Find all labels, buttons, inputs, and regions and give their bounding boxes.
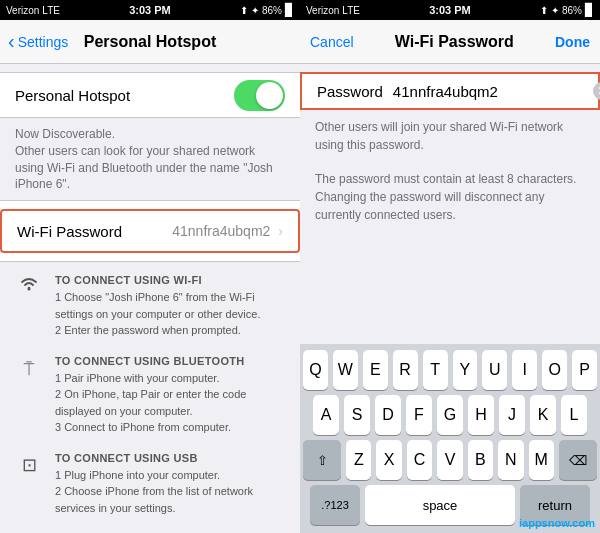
key-a[interactable]: A <box>313 395 339 435</box>
wifi-password-right: 41nnfra4ubqm2 › <box>172 223 283 239</box>
right-nav-title: Wi-Fi Password <box>395 33 514 51</box>
usb-icon: ⊡ <box>15 452 43 476</box>
keyboard-row-3: ⇧ Z X C V B N M ⌫ <box>303 440 597 480</box>
left-nav-title: Personal Hotspot <box>84 33 216 51</box>
keyboard-row-1: Q W E R T Y U I O P <box>303 350 597 390</box>
bluetooth-instruction-title: TO CONNECT USING BLUETOOTH <box>55 355 285 367</box>
key-p[interactable]: P <box>572 350 597 390</box>
wifi-instruction: TO CONNECT USING WI-FI 1 Choose "Josh iP… <box>15 274 285 339</box>
wifi-step-2: 2 Enter the password when prompted. <box>55 322 285 339</box>
usb-step-1: 1 Plug iPhone into your computer. <box>55 467 285 484</box>
hotspot-toggle[interactable] <box>234 80 285 111</box>
cancel-button[interactable]: Cancel <box>310 34 354 50</box>
wifi-chevron-icon: › <box>278 223 283 239</box>
right-status-right: ⬆ ✦ 86% ▊ <box>540 3 594 17</box>
key-c[interactable]: C <box>407 440 432 480</box>
usb-instruction: ⊡ TO CONNECT USING USB 1 Plug iPhone int… <box>15 452 285 517</box>
key-x[interactable]: X <box>376 440 401 480</box>
back-chevron-icon: ‹ <box>8 31 15 51</box>
key-d[interactable]: D <box>375 395 401 435</box>
hotspot-label: Personal Hotspot <box>15 87 130 104</box>
key-z[interactable]: Z <box>346 440 371 480</box>
usb-step-2: 2 Choose iPhone from the list of network… <box>55 483 285 516</box>
return-key[interactable]: return <box>520 485 590 525</box>
right-description-1: Other users will join your shared Wi-Fi … <box>300 110 600 162</box>
key-s[interactable]: S <box>344 395 370 435</box>
hotspot-cell-group: Personal Hotspot <box>0 72 300 118</box>
toggle-knob <box>256 82 283 109</box>
left-nav-bar: ‹ Settings Personal Hotspot <box>0 20 300 64</box>
key-g[interactable]: G <box>437 395 463 435</box>
back-button[interactable]: ‹ Settings <box>8 32 68 51</box>
key-o[interactable]: O <box>542 350 567 390</box>
key-q[interactable]: Q <box>303 350 328 390</box>
key-u[interactable]: U <box>482 350 507 390</box>
battery-icon-left: ▊ <box>285 3 294 17</box>
key-l[interactable]: L <box>561 395 587 435</box>
key-k[interactable]: K <box>530 395 556 435</box>
space-key[interactable]: space <box>365 485 515 525</box>
bluetooth-instruction: ⍑ TO CONNECT USING BLUETOOTH 1 Pair iPho… <box>15 355 285 436</box>
left-panel: Verizon LTE 3:03 PM ⬆ ✦ 86% ▊ ‹ Settings… <box>0 0 300 533</box>
numbers-key[interactable]: .?123 <box>310 485 360 525</box>
key-h[interactable]: H <box>468 395 494 435</box>
key-w[interactable]: W <box>333 350 358 390</box>
wifi-instruction-content: TO CONNECT USING WI-FI 1 Choose "Josh iP… <box>55 274 285 339</box>
key-y[interactable]: Y <box>453 350 478 390</box>
key-e[interactable]: E <box>363 350 388 390</box>
discoverable-text: Now Discoverable. <box>15 126 285 143</box>
key-i[interactable]: I <box>512 350 537 390</box>
key-t[interactable]: T <box>423 350 448 390</box>
key-v[interactable]: V <box>437 440 462 480</box>
battery-right: 86% <box>562 5 582 16</box>
right-status-bar: Verizon LTE 3:03 PM ⬆ ✦ 86% ▊ <box>300 0 600 20</box>
battery-left: 86% <box>262 5 282 16</box>
password-field-label: Password <box>317 83 383 100</box>
wifi-step-1: 1 Choose "Josh iPhone 6" from the Wi-Fi … <box>55 289 285 322</box>
right-time: 3:03 PM <box>429 4 471 16</box>
shift-key[interactable]: ⇧ <box>303 440 341 480</box>
right-content: Password ✕ Other users will join your sh… <box>300 64 600 344</box>
signal-left: LTE <box>42 5 60 16</box>
back-label: Settings <box>18 34 69 50</box>
key-m[interactable]: M <box>529 440 554 480</box>
hotspot-toggle-cell[interactable]: Personal Hotspot <box>0 73 300 117</box>
wifi-instruction-title: TO CONNECT USING WI-FI <box>55 274 285 286</box>
password-input[interactable] <box>393 83 583 100</box>
left-time: 3:03 PM <box>129 4 171 16</box>
bt-step-2: 2 On iPhone, tap Pair or enter the code … <box>55 386 285 419</box>
location-icon-right: ⬆ <box>540 5 548 16</box>
usb-instruction-content: TO CONNECT USING USB 1 Plug iPhone into … <box>55 452 285 517</box>
description-body: Other users can look for your shared net… <box>15 143 285 193</box>
key-r[interactable]: R <box>393 350 418 390</box>
carrier-left: Verizon <box>6 5 39 16</box>
battery-icon-right: ▊ <box>585 3 594 17</box>
right-description-2: The password must contain at least 8 cha… <box>300 162 600 232</box>
password-cell: Password ✕ <box>300 72 600 110</box>
right-status-left: Verizon LTE <box>306 5 360 16</box>
keyboard-row-2: A S D F G H J K L <box>303 395 597 435</box>
signal-right: LTE <box>342 5 360 16</box>
left-status-bar: Verizon LTE 3:03 PM ⬆ ✦ 86% ▊ <box>0 0 300 20</box>
key-b[interactable]: B <box>468 440 493 480</box>
left-status-right: ⬆ ✦ 86% ▊ <box>240 3 294 17</box>
clear-button[interactable]: ✕ <box>593 82 600 100</box>
right-nav-bar: Cancel Wi-Fi Password Done <box>300 20 600 64</box>
wifi-password-cell[interactable]: Wi-Fi Password 41nnfra4ubqm2 › <box>0 209 300 253</box>
wifi-password-label: Wi-Fi Password <box>17 223 122 240</box>
wifi-icon <box>15 274 43 292</box>
location-icon: ⬆ <box>240 5 248 16</box>
keyboard-row-4: .?123 space return <box>303 485 597 525</box>
svg-point-0 <box>28 288 31 291</box>
backspace-key[interactable]: ⌫ <box>559 440 597 480</box>
key-n[interactable]: N <box>498 440 523 480</box>
key-f[interactable]: F <box>406 395 432 435</box>
left-status-left: Verizon LTE <box>6 5 60 16</box>
wifi-password-section: Wi-Fi Password 41nnfra4ubqm2 › <box>0 200 300 262</box>
bluetooth-status-icon-right: ✦ <box>551 5 559 16</box>
bt-step-1: 1 Pair iPhone with your computer. <box>55 370 285 387</box>
hotspot-description: Now Discoverable. Other users can look f… <box>0 118 300 198</box>
done-button[interactable]: Done <box>555 34 590 50</box>
key-j[interactable]: J <box>499 395 525 435</box>
wifi-password-value: 41nnfra4ubqm2 <box>172 223 270 239</box>
